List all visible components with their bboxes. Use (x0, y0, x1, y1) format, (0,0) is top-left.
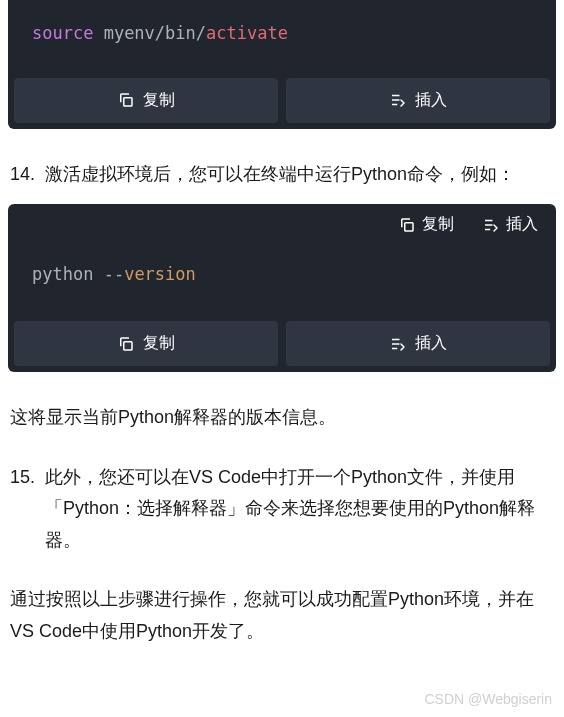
insert-button[interactable]: 插入 (286, 78, 550, 123)
list-item-15: 15. 此外，您还可以在VS Code中打开一个Python文件，并使用「Pyt… (0, 448, 564, 571)
code-text: activate (206, 23, 288, 43)
code-text: version (124, 264, 196, 284)
svg-rect-1 (405, 223, 413, 231)
code-text: python (32, 264, 104, 284)
code-block-1: source myenv/bin/activate 复制 插入 (8, 0, 556, 129)
list-text: 此外，您还可以在VS Code中打开一个Python文件，并使用「Python：… (45, 462, 554, 557)
code-content: python --version (8, 245, 556, 315)
code-footer: 复制 插入 (8, 72, 556, 129)
copy-label: 复制 (143, 333, 175, 354)
list-item-14: 14. 激活虚拟环境后，您可以在终端中运行Python命令，例如： (0, 145, 564, 205)
code-keyword: source (32, 23, 93, 43)
header-insert-label: 插入 (506, 214, 538, 235)
list-text: 激活虚拟环境后，您可以在终端中运行Python命令，例如： (45, 159, 554, 191)
code-block-2: 复制 插入 python --version 复制 插入 (8, 204, 556, 372)
header-copy-button[interactable]: 复制 (398, 214, 454, 235)
copy-button[interactable]: 复制 (14, 321, 278, 366)
copy-icon (117, 335, 135, 353)
paragraph-conclusion: 通过按照以上步骤进行操作，您就可以成功配置Python环境，并在VS Code中… (0, 570, 564, 661)
insert-icon (389, 335, 407, 353)
insert-button[interactable]: 插入 (286, 321, 550, 366)
copy-icon (398, 216, 416, 234)
svg-rect-0 (124, 98, 132, 106)
copy-label: 复制 (143, 90, 175, 111)
insert-label: 插入 (415, 90, 447, 111)
insert-icon (482, 216, 500, 234)
code-text: -- (104, 264, 124, 284)
paragraph-version-info: 这将显示当前Python解释器的版本信息。 (0, 388, 564, 448)
header-insert-button[interactable]: 插入 (482, 214, 538, 235)
list-number: 14. (10, 159, 45, 191)
insert-icon (389, 91, 407, 109)
copy-button[interactable]: 复制 (14, 78, 278, 123)
code-header: 复制 插入 (8, 204, 556, 245)
code-content: source myenv/bin/activate (8, 0, 556, 72)
list-number: 15. (10, 462, 45, 557)
code-text: myenv/bin/ (93, 23, 206, 43)
code-footer: 复制 插入 (8, 315, 556, 372)
copy-icon (117, 91, 135, 109)
svg-rect-2 (124, 341, 132, 349)
header-copy-label: 复制 (422, 214, 454, 235)
insert-label: 插入 (415, 333, 447, 354)
